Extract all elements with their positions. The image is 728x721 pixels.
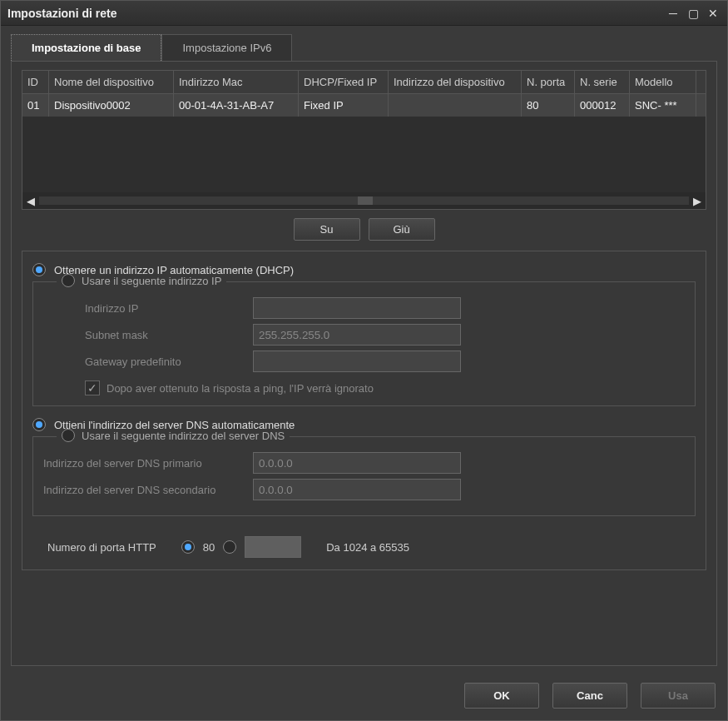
http-port-range-label: Da 1024 a 65535 xyxy=(326,541,409,554)
window-title: Impostazioni di rete xyxy=(7,7,666,20)
mask-label: Subnet mask xyxy=(43,329,243,341)
tabs: Impostazione di base Impostazione IPv6 xyxy=(11,34,717,61)
mask-input[interactable] xyxy=(253,324,461,346)
static-ip-radio[interactable] xyxy=(62,274,75,287)
static-dns-radio[interactable] xyxy=(62,429,75,442)
cell-mac: 00-01-4A-31-AB-A7 xyxy=(174,94,299,117)
cell-id: 01 xyxy=(22,94,49,117)
ping-check-label: Dopo aver ottenuto la risposta a ping, l… xyxy=(106,382,374,395)
network-settings-window: Impostazioni di rete ─ ▢ ✕ Impostazione … xyxy=(0,0,728,721)
static-ip-fieldset: Usare il seguente indirizzo IP Indirizzo… xyxy=(32,281,696,406)
down-button[interactable]: Giù xyxy=(369,218,435,241)
scroll-right-icon[interactable]: ▶ xyxy=(689,192,706,209)
scroll-grip[interactable] xyxy=(358,196,373,205)
static-dns-fieldset: Usare il seguente indirizzo del server D… xyxy=(32,436,696,516)
minimize-icon[interactable]: ─ xyxy=(666,6,681,21)
cell-ipaddr xyxy=(389,94,522,117)
tab-basic[interactable]: Impostazione di base xyxy=(11,34,161,61)
dns-secondary-label: Indirizzo del server DNS secondario xyxy=(43,484,243,496)
table-row[interactable]: 01 Dispositivo0002 00-01-4A-31-AB-A7 Fix… xyxy=(22,94,706,117)
ping-check-row[interactable]: Dopo aver ottenuto la risposta a ping, l… xyxy=(43,380,685,395)
dns-auto-radio[interactable] xyxy=(32,418,46,431)
col-mac[interactable]: Indirizzo Mac xyxy=(174,71,299,93)
col-port[interactable]: N. porta xyxy=(522,71,575,93)
col-ipaddr[interactable]: Indirizzo del dispositivo xyxy=(389,71,522,93)
titlebar: Impostazioni di rete ─ ▢ ✕ xyxy=(1,1,727,26)
table-empty-area xyxy=(22,117,706,193)
scroll-track[interactable] xyxy=(39,196,689,205)
ip-input[interactable] xyxy=(253,297,461,319)
col-dhcp[interactable]: DHCP/Fixed IP xyxy=(299,71,389,93)
scroll-left-icon[interactable]: ◀ xyxy=(22,192,39,209)
http-port-row: Numero di porta HTTP 80 Da 1024 a 65535 xyxy=(32,536,696,558)
tab-ipv6[interactable]: Impostazione IPv6 xyxy=(161,34,292,61)
tab-panel: ID Nome del dispositivo Indirizzo Mac DH… xyxy=(11,61,717,666)
col-model[interactable]: Modello xyxy=(630,71,696,93)
window-controls: ─ ▢ ✕ xyxy=(666,6,721,21)
ok-button[interactable]: OK xyxy=(464,683,539,709)
table-header: ID Nome del dispositivo Indirizzo Mac DH… xyxy=(22,71,706,94)
gateway-input[interactable] xyxy=(253,351,461,372)
content-area: Impostazione di base Impostazione IPv6 I… xyxy=(1,26,727,676)
static-dns-radio-label: Usare il seguente indirizzo del server D… xyxy=(82,430,285,442)
http-port-80-radio[interactable] xyxy=(181,540,195,554)
col-serial[interactable]: N. serie xyxy=(575,71,630,93)
http-port-80-label: 80 xyxy=(203,541,215,554)
dns-primary-input[interactable] xyxy=(253,452,461,474)
maximize-icon[interactable]: ▢ xyxy=(686,6,701,21)
cell-port: 80 xyxy=(522,94,575,117)
cancel-button[interactable]: Canc xyxy=(552,683,627,709)
gateway-label: Gateway predefinito xyxy=(43,356,243,368)
reorder-buttons: Su Giù xyxy=(22,218,706,241)
dhcp-radio[interactable] xyxy=(32,263,46,276)
http-port-custom-radio[interactable] xyxy=(223,540,236,554)
cell-model: SNC- *** xyxy=(630,94,696,117)
cell-name: Dispositivo0002 xyxy=(49,94,174,117)
col-name[interactable]: Nome del dispositivo xyxy=(49,71,174,93)
close-icon[interactable]: ✕ xyxy=(706,6,721,21)
dns-secondary-input[interactable] xyxy=(253,479,461,500)
ping-checkbox[interactable] xyxy=(85,380,100,395)
use-button[interactable]: Usa xyxy=(641,683,716,709)
up-button[interactable]: Su xyxy=(294,218,360,241)
dialog-footer: OK Canc Usa xyxy=(1,676,727,720)
ip-group: Ottenere un indirizzo IP automaticamente… xyxy=(22,251,706,570)
table-body: 01 Dispositivo0002 00-01-4A-31-AB-A7 Fix… xyxy=(22,94,706,192)
device-table: ID Nome del dispositivo Indirizzo Mac DH… xyxy=(22,70,706,210)
horizontal-scrollbar[interactable]: ◀ ▶ xyxy=(22,192,706,209)
col-id[interactable]: ID xyxy=(22,71,49,93)
cell-dhcp: Fixed IP xyxy=(299,94,389,117)
http-port-custom-input[interactable] xyxy=(245,536,301,558)
cell-serial: 000012 xyxy=(575,94,630,117)
static-ip-radio-label: Usare il seguente indirizzo IP xyxy=(82,275,221,287)
http-port-label: Numero di porta HTTP xyxy=(47,541,156,554)
static-dns-legend[interactable]: Usare il seguente indirizzo del server D… xyxy=(57,429,290,442)
dns-primary-label: Indirizzo del server DNS primario xyxy=(43,457,243,470)
static-ip-legend[interactable]: Usare il seguente indirizzo IP xyxy=(57,274,226,287)
ip-label: Indirizzo IP xyxy=(43,302,243,315)
